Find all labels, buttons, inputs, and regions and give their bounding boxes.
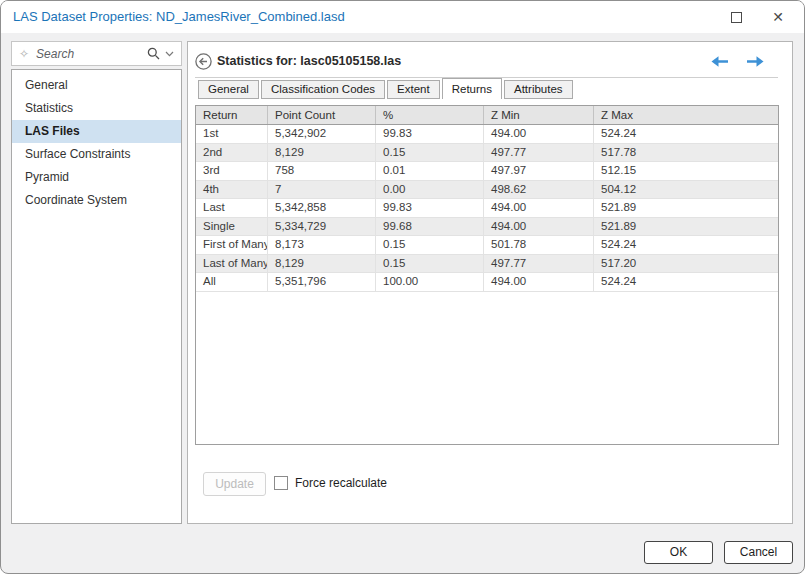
cell-z-min: 494.00 [484,218,594,236]
cell-z-min: 494.00 [484,199,594,217]
table-row[interactable]: 4th 7 0.00 498.62 504.12 [196,181,778,200]
table-row[interactable]: 3rd 758 0.01 497.97 512.15 [196,162,778,181]
sidebar-item-label: Coordinate System [25,193,127,207]
cell-point-count: 5,334,729 [268,218,376,236]
table-row[interactable]: 1st 5,342,902 99.83 494.00 524.24 [196,125,778,144]
cell-z-min: 497.77 [484,255,594,273]
cell-return: All [196,273,268,291]
sparkle-icon: ✧ [19,48,29,60]
sidebar-search-box: ✧ [11,41,182,66]
cell-z-min: 497.77 [484,144,594,162]
cell-z-max: 521.89 [594,199,778,217]
sidebar-item[interactable]: Coordinate System [12,189,181,212]
cell-point-count: 8,129 [268,255,376,273]
cell-point-count: 8,129 [268,144,376,162]
back-circle-button[interactable] [195,53,212,70]
cell-return: 2nd [196,144,268,162]
cell-percent: 0.15 [376,144,484,162]
tab[interactable]: General [198,80,259,99]
column-header[interactable]: Return [196,106,268,124]
sidebar-item[interactable]: General [12,74,181,97]
cell-return: Single [196,218,268,236]
cell-point-count: 5,351,796 [268,273,376,291]
cell-percent: 99.68 [376,218,484,236]
column-header[interactable]: Point Count [268,106,376,124]
table-row[interactable]: Last 5,342,858 99.83 494.00 521.89 [196,199,778,218]
sidebar-item[interactable]: Pyramid [12,166,181,189]
cell-point-count: 8,173 [268,236,376,254]
cell-z-max: 521.89 [594,218,778,236]
cell-percent: 99.83 [376,199,484,217]
sidebar-item[interactable]: Surface Constraints [12,143,181,166]
table-row[interactable]: Last of Many 8,129 0.15 497.77 517.20 [196,255,778,274]
cell-return: Last [196,199,268,217]
force-recalculate-checkbox[interactable] [274,476,288,490]
maximize-button[interactable] [720,1,752,33]
cell-return: 1st [196,125,268,143]
cell-percent: 0.15 [376,236,484,254]
cell-z-max: 524.24 [594,236,778,254]
force-recalculate-label: Force recalculate [295,476,387,490]
cell-z-max: 524.24 [594,273,778,291]
table-row[interactable]: 2nd 8,129 0.15 497.77 517.78 [196,144,778,163]
cell-point-count: 5,342,902 [268,125,376,143]
next-file-arrow-icon[interactable] [745,55,766,68]
cell-percent: 0.00 [376,181,484,199]
table-row[interactable]: All 5,351,796 100.00 494.00 524.24 [196,273,778,292]
sidebar-item-label: General [25,78,68,92]
cell-percent: 0.01 [376,162,484,180]
tab[interactable]: Classification Codes [261,80,385,99]
cell-z-min: 494.00 [484,273,594,291]
properties-category-list: General Statistics LAS Files Surface Con… [11,69,182,524]
table-row[interactable]: First of Many 8,173 0.15 501.78 524.24 [196,236,778,255]
las-dataset-properties-dialog: LAS Dataset Properties: ND_JamesRiver_Co… [0,0,805,574]
sidebar-item[interactable]: Statistics [12,97,181,120]
previous-file-arrow-icon[interactable] [709,55,730,68]
close-icon: ✕ [772,9,784,25]
sidebar-item[interactable]: LAS Files [12,120,181,143]
table-row[interactable]: Single 5,334,729 99.68 494.00 521.89 [196,218,778,237]
cell-point-count: 758 [268,162,376,180]
sidebar-item-label: Surface Constraints [25,147,130,161]
statistics-tab-strip: General Classification Codes Extent Retu… [198,78,575,99]
cancel-button[interactable]: Cancel [724,541,793,564]
column-header[interactable]: Z Min [484,106,594,124]
update-button[interactable]: Update [203,472,266,496]
table-header-row: Return Point Count % Z Min Z Max [196,106,778,125]
cell-return: Last of Many [196,255,268,273]
cell-z-min: 501.78 [484,236,594,254]
returns-table: Return Point Count % Z Min Z Max 1st 5,3… [195,105,779,445]
cell-point-count: 5,342,858 [268,199,376,217]
cell-percent: 0.15 [376,255,484,273]
chevron-down-icon[interactable] [165,51,174,57]
title-bar: LAS Dataset Properties: ND_JamesRiver_Co… [1,1,804,33]
cell-percent: 99.83 [376,125,484,143]
cell-z-max: 504.12 [594,181,778,199]
cell-z-max: 524.24 [594,125,778,143]
ok-button[interactable]: OK [644,541,713,564]
column-header[interactable]: % [376,106,484,124]
cell-z-max: 512.15 [594,162,778,180]
cell-return: 4th [196,181,268,199]
statistics-panel: Statistics for: lasc05105158.las General… [187,41,793,524]
sidebar-item-label: LAS Files [25,124,80,138]
sidebar-item-label: Statistics [25,101,73,115]
cell-percent: 100.00 [376,273,484,291]
cell-return: 3rd [196,162,268,180]
tab[interactable]: Attributes [504,80,573,99]
search-icon[interactable] [147,47,160,60]
tab[interactable]: Returns [442,78,502,99]
cell-z-min: 494.00 [484,125,594,143]
column-header[interactable]: Z Max [594,106,778,124]
table-body: 1st 5,342,902 99.83 494.00 524.24 2nd 8,… [196,125,778,292]
search-input[interactable] [34,46,142,62]
cell-point-count: 7 [268,181,376,199]
close-button[interactable]: ✕ [762,1,794,33]
cell-z-min: 497.97 [484,162,594,180]
window-title: LAS Dataset Properties: ND_JamesRiver_Co… [13,9,345,24]
cell-z-max: 517.78 [594,144,778,162]
maximize-icon [731,12,742,23]
cell-z-max: 517.20 [594,255,778,273]
tab[interactable]: Extent [387,80,440,99]
panel-title: Statistics for: lasc05105158.las [217,54,401,68]
